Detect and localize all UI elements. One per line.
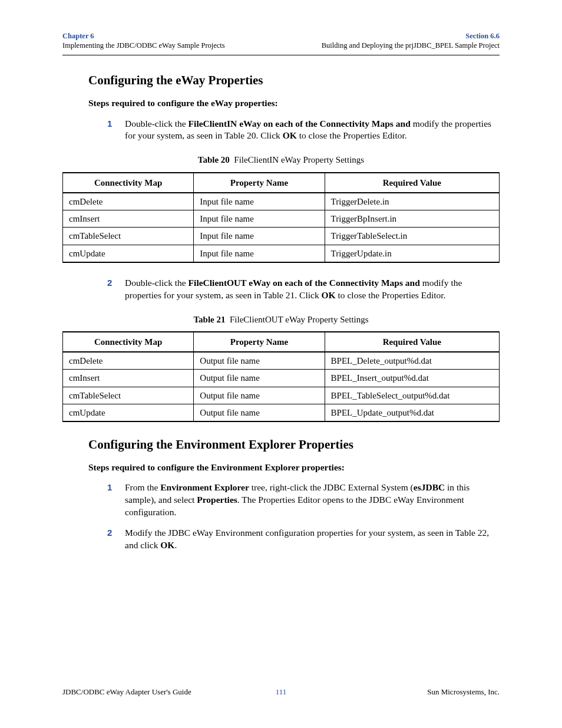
- table-caption-21: Table 21 FileClientOUT eWay Property Set…: [62, 314, 500, 325]
- table-row: cmUpdateOutput file nameBPEL_Update_outp…: [63, 404, 500, 421]
- col-header: Connectivity Map: [63, 173, 194, 193]
- intro-eway: Steps required to configure the eWay pro…: [88, 97, 500, 110]
- text: Modify the JDBC eWay Environment configu…: [125, 528, 489, 550]
- bold-text: OK: [322, 290, 336, 300]
- step-number: 2: [107, 527, 112, 539]
- table-row: cmTableSelectOutput file nameBPEL_TableS…: [63, 387, 500, 404]
- cell: TriggerTableSelect.in: [325, 228, 499, 245]
- table-caption-text: FileClientIN eWay Property Settings: [234, 155, 364, 164]
- cell: Output file name: [194, 370, 325, 387]
- step-item: 1 Double-click the FileClientIN eWay on …: [107, 118, 500, 143]
- steps-list-1b: 2 Double-click the FileClientOUT eWay on…: [107, 277, 500, 302]
- cell: BPEL_Insert_output%d.dat: [325, 370, 499, 387]
- text: to close the Properties Editor.: [336, 290, 446, 300]
- header-rule: [62, 55, 500, 55]
- text: to close the Properties Editor.: [297, 130, 407, 140]
- cell: Input file name: [194, 245, 325, 262]
- col-header: Required Value: [325, 332, 499, 352]
- col-header: Connectivity Map: [63, 332, 194, 352]
- cell: BPEL_Update_output%d.dat: [325, 404, 499, 421]
- cell: Output file name: [194, 387, 325, 404]
- step-item: 1 From the Environment Explorer tree, ri…: [107, 482, 500, 519]
- table-number: Table 20: [198, 155, 230, 164]
- text: Double-click the: [125, 118, 189, 129]
- step-body: Double-click the FileClientIN eWay on ea…: [125, 118, 500, 143]
- bold-text: esJDBC: [414, 482, 445, 492]
- table-row: cmInsertOutput file nameBPEL_Insert_outp…: [63, 370, 500, 387]
- table-row: cmUpdateInput file nameTriggerUpdate.in: [63, 245, 500, 262]
- steps-list-2: 1 From the Environment Explorer tree, ri…: [107, 482, 500, 552]
- section-heading-env: Configuring the Environment Explorer Pro…: [88, 436, 500, 453]
- cell: TriggerUpdate.in: [325, 245, 499, 262]
- table-header-row: Connectivity Map Property Name Required …: [63, 173, 500, 193]
- cell: cmDelete: [63, 193, 194, 210]
- step-body: Modify the JDBC eWay Environment configu…: [125, 527, 500, 552]
- text: Double-click the: [125, 278, 189, 288]
- bold-text: Properties: [197, 495, 237, 505]
- step-body: From the Environment Explorer tree, righ…: [125, 482, 500, 519]
- bold-text: FileClientIN eWay on each of the Connect…: [189, 118, 413, 129]
- section-subtitle: Building and Deploying the prjJDBC_BPEL …: [322, 41, 500, 51]
- footer-left: JDBC/ODBC eWay Adapter User's Guide: [62, 687, 191, 697]
- text: .: [174, 540, 177, 550]
- table-21: Connectivity Map Property Name Required …: [62, 331, 500, 422]
- cell: cmTableSelect: [63, 387, 194, 404]
- col-header: Property Name: [194, 173, 325, 193]
- bold-text: FileClientOUT eWay on each of the Connec…: [189, 278, 422, 288]
- bold-text: Environment Explorer: [160, 482, 249, 492]
- section-heading-eway: Configuring the eWay Properties: [88, 72, 500, 88]
- cell: cmDelete: [63, 352, 194, 370]
- intro-env: Steps required to configure the Environm…: [88, 462, 500, 474]
- section-label: Section 6.6: [322, 32, 500, 41]
- col-header: Property Name: [194, 332, 325, 352]
- footer-right: Sun Microsystems, Inc.: [427, 687, 500, 697]
- table-number: Table 21: [193, 315, 225, 324]
- chapter-subtitle: Implementing the JDBC/ODBC eWay Sample P…: [62, 41, 225, 51]
- bold-text: OK: [160, 540, 174, 550]
- cell: Input file name: [194, 228, 325, 245]
- page-footer: JDBC/ODBC eWay Adapter User's Guide 111 …: [62, 687, 500, 697]
- cell: cmInsert: [63, 210, 194, 228]
- cell: TriggerDelete.in: [325, 193, 499, 210]
- table-row: cmDeleteOutput file nameBPEL_Delete_outp…: [63, 352, 500, 370]
- bold-text: OK: [283, 130, 297, 140]
- step-item: 2 Modify the JDBC eWay Environment confi…: [107, 527, 500, 552]
- table-row: cmInsertInput file nameTriggerBpInsert.i…: [63, 210, 500, 228]
- table-caption-text: FileClientOUT eWay Property Settings: [230, 315, 369, 324]
- table-row: cmTableSelectInput file nameTriggerTable…: [63, 228, 500, 245]
- table-row: cmDeleteInput file nameTriggerDelete.in: [63, 193, 500, 210]
- text: From the: [125, 482, 160, 492]
- table-20: Connectivity Map Property Name Required …: [62, 172, 500, 263]
- cell: cmTableSelect: [63, 228, 194, 245]
- table-header-row: Connectivity Map Property Name Required …: [63, 332, 500, 352]
- cell: cmUpdate: [63, 245, 194, 262]
- header-left: Chapter 6 Implementing the JDBC/ODBC eWa…: [62, 32, 225, 50]
- page-header: Chapter 6 Implementing the JDBC/ODBC eWa…: [62, 32, 500, 50]
- cell: cmUpdate: [63, 404, 194, 421]
- text: tree, right-click the JDBC External Syst…: [249, 482, 414, 492]
- table-caption-20: Table 20 FileClientIN eWay Property Sett…: [62, 154, 500, 166]
- step-item: 2 Double-click the FileClientOUT eWay on…: [107, 277, 500, 302]
- cell: TriggerBpInsert.in: [325, 210, 499, 228]
- cell: Input file name: [194, 210, 325, 228]
- step-number: 1: [107, 482, 112, 493]
- col-header: Required Value: [325, 173, 499, 193]
- step-body: Double-click the FileClientOUT eWay on e…: [125, 277, 500, 302]
- step-number: 2: [107, 277, 112, 289]
- header-right: Section 6.6 Building and Deploying the p…: [322, 32, 500, 50]
- cell: cmInsert: [63, 370, 194, 387]
- cell: Output file name: [194, 404, 325, 421]
- cell: Output file name: [194, 352, 325, 370]
- step-number: 1: [107, 118, 112, 130]
- cell: BPEL_TableSelect_output%d.dat: [325, 387, 499, 404]
- page: Chapter 6 Implementing the JDBC/ODBC eWa…: [0, 0, 562, 728]
- chapter-label: Chapter 6: [62, 32, 225, 41]
- cell: BPEL_Delete_output%d.dat: [325, 352, 499, 370]
- cell: Input file name: [194, 193, 325, 210]
- steps-list-1a: 1 Double-click the FileClientIN eWay on …: [107, 118, 500, 143]
